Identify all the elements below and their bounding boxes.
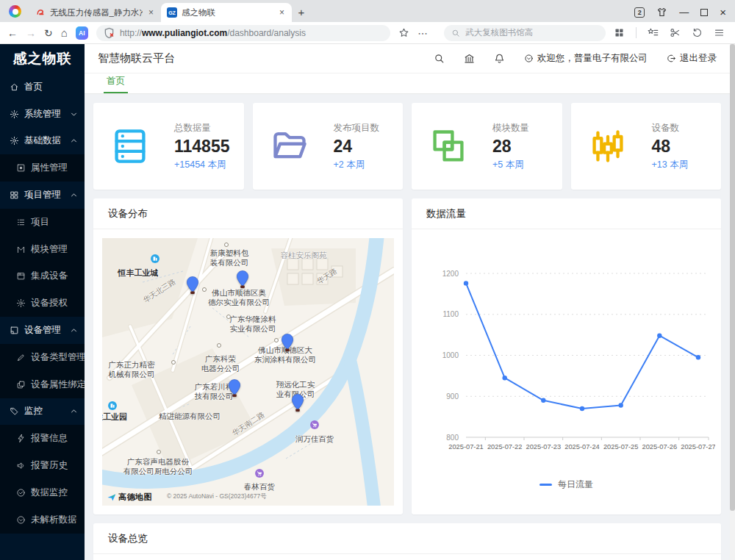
insecure-shield-icon[interactable] [104, 27, 115, 38]
apps-grid-icon[interactable] [614, 27, 625, 38]
theme-shirt-icon[interactable] [656, 7, 667, 18]
browser-tab-2[interactable]: GZ 感之物联 × [161, 3, 292, 22]
stat-value: 48 [652, 137, 689, 157]
building-poi-icon [108, 401, 118, 411]
ai-assistant-button[interactable]: AI [76, 26, 88, 40]
stat-card-device-count: 设备数48+13 本周 [571, 103, 722, 190]
sidebar-menu: 首页系统管理基础数据属性管理项目管理项目模块管理集成设备设备授权设备管理设备类型… [0, 73, 85, 534]
sidebar-submenu: 报警信息报警历史数据监控未解析数据 [0, 425, 85, 533]
tab1-favicon [36, 8, 46, 18]
sidebar-item-integrated-device[interactable]: 集成设备 [0, 263, 85, 290]
sidebar-item-label: 集成设备 [31, 270, 68, 282]
browser-tab-1[interactable]: 无线压力传感器_静力水准仪_ × [30, 3, 161, 22]
back-button[interactable]: ← [7, 28, 18, 38]
header-search-icon[interactable] [434, 53, 445, 64]
map-canvas[interactable]: 高德地图 © 2025 AutoNavi - GS(2023)4677号 新康塑… [102, 238, 394, 506]
chevron-icon [69, 406, 79, 416]
browser-home-button[interactable]: ⌂ [61, 27, 68, 38]
sidebar-item-label: 未解析数据 [31, 514, 77, 526]
map-marker[interactable] [229, 379, 241, 398]
close-window-button[interactable]: × [720, 7, 726, 18]
sidebar-item-home[interactable]: 首页 [0, 73, 85, 101]
browser-window: 无线压力传感器_静力水准仪_ × GZ 感之物联 × + 2 — × ← → ↻… [0, 0, 735, 560]
screenshot-scissors-icon[interactable] [670, 27, 681, 38]
svg-text:2025-07-26: 2025-07-26 [642, 443, 678, 450]
stat-cards-row: 总数据量114855+15454 本周发布项目数24+2 本周模块数量28+5 … [93, 103, 721, 190]
sidebar-item-module-mgmt[interactable]: 模块管理 [0, 236, 85, 263]
map-marker[interactable] [187, 276, 199, 295]
data-flow-panel: 数据流量 8009001000110012002025-07-212025-07… [412, 198, 721, 514]
tab-count-badge[interactable]: 2 [634, 7, 645, 18]
forward-button[interactable]: → [26, 28, 36, 38]
address-bar[interactable]: http://www.puliangiot.com/dashboard/anal… [96, 25, 390, 41]
browser-logo-icon[interactable] [9, 5, 21, 18]
map-panel-title: 设备分布 [93, 198, 403, 229]
bell-icon[interactable] [494, 53, 505, 64]
sidebar-item-device-mgmt[interactable]: 设备管理 [0, 317, 85, 344]
sidebar-item-data-monitor[interactable]: 数据监控 [0, 479, 85, 506]
sidebar-item-device-type-mgmt[interactable]: 设备类型管理 [0, 344, 85, 371]
more-options-icon[interactable]: ⋯ [417, 27, 429, 39]
bank-icon[interactable] [464, 53, 475, 64]
sidebar-item-label: 设备管理 [24, 324, 64, 337]
sidebar-item-system-mgmt[interactable]: 系统管理 [0, 101, 85, 128]
stat-card-module-count: 模块数量28+5 本周 [412, 103, 562, 190]
scrollbar-thumb[interactable] [730, 44, 735, 511]
chart-panel-title: 数据流量 [412, 198, 721, 229]
sidebar-item-attr-mgmt[interactable]: 属性管理 [0, 154, 85, 182]
device-overview-panel: 设备总览 [93, 523, 721, 560]
map-poi-dot [157, 450, 161, 454]
app-header: 智慧物联云平台 欢迎您，普量电子有限公司 退出登录 [85, 44, 730, 73]
sidebar-item-device-auth[interactable]: 设备授权 [0, 290, 85, 317]
mletter-icon [16, 245, 26, 254]
stat-delta: +5 本周 [492, 159, 529, 171]
sidebar-item-unparsed-data[interactable]: 未解析数据 [0, 506, 85, 534]
favorites-list-icon[interactable] [648, 27, 659, 38]
sidebar-item-label: 项目管理 [24, 189, 64, 201]
map-marker[interactable] [292, 394, 304, 412]
chart-legend[interactable]: 每日流量 [417, 471, 715, 498]
maximize-button[interactable] [700, 9, 708, 16]
map-marker[interactable] [237, 270, 249, 289]
search-icon [451, 29, 460, 37]
app-logo[interactable]: 感之物联 [0, 44, 85, 73]
url-path: /dashboard/analysis [227, 28, 306, 38]
gaode-plane-icon [107, 492, 117, 503]
sidebar-item-base-data[interactable]: 基础数据 [0, 128, 85, 155]
bookmark-star-icon[interactable] [398, 27, 409, 38]
copy-icon [16, 380, 26, 390]
minimize-button[interactable]: — [679, 7, 689, 17]
cart-poi-icon [310, 420, 320, 430]
sidebar-item-label: 设备属性绑定 [31, 378, 86, 391]
svg-text:1200: 1200 [442, 270, 459, 278]
tab1-close-icon[interactable]: × [147, 7, 155, 18]
speaker-icon [16, 461, 26, 470]
sidebar-item-monitor[interactable]: 监控 [0, 398, 85, 426]
sidebar-item-alarm-info[interactable]: 报警信息 [0, 425, 85, 452]
sidebar-item-label: 数据监控 [31, 487, 68, 499]
tab-home[interactable]: 首页 [104, 75, 128, 93]
page-scrollbar[interactable] [730, 44, 735, 560]
user-welcome[interactable]: 欢迎您，普量电子有限公司 [524, 52, 648, 65]
sidebar-item-label: 属性管理 [31, 162, 68, 174]
map-marker[interactable] [282, 334, 294, 352]
tab2-close-icon[interactable]: × [278, 7, 286, 18]
stat-value: 28 [492, 137, 529, 157]
url-host: www.puliangiot.com [142, 28, 227, 38]
sidebar-item-device-attr-bind[interactable]: 设备属性绑定 [0, 371, 85, 398]
sidebar-item-label: 报警历史 [31, 459, 68, 472]
search-box[interactable]: 武大复核图书馆高 [444, 25, 606, 41]
new-tab-button[interactable]: + [292, 6, 311, 18]
sidebar-item-project-mgmt[interactable]: 项目管理 [0, 182, 85, 209]
toolbar-divider [636, 27, 637, 38]
history-undo-icon[interactable] [692, 27, 703, 38]
sidebar-item-project[interactable]: 项目 [0, 209, 85, 236]
pen-icon [16, 353, 26, 362]
browser-menu-icon[interactable] [714, 27, 725, 38]
legend-label: 每日流量 [558, 478, 593, 491]
user-circle-icon [524, 54, 534, 63]
logout-button[interactable]: 退出登录 [667, 52, 717, 65]
sidebar-item-alarm-history[interactable]: 报警历史 [0, 452, 85, 479]
browser-toolbar: ← → ↻ ⌂ AI http://www.puliangiot.com/das… [0, 22, 735, 44]
refresh-button[interactable]: ↻ [44, 28, 53, 38]
